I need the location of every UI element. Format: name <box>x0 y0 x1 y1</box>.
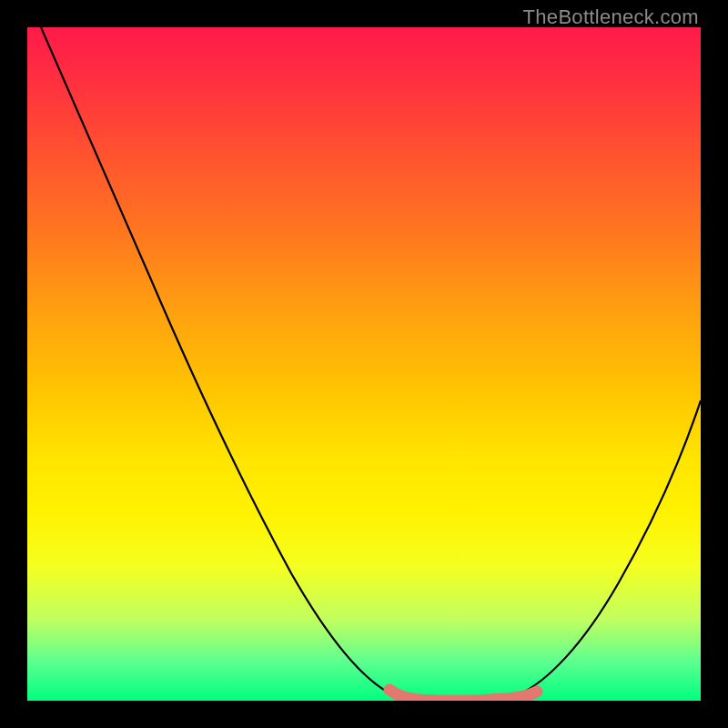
plot-area <box>27 27 701 701</box>
chart-container: TheBottleneck.com <box>0 0 728 728</box>
curve-svg <box>27 27 701 701</box>
bottleneck-curve <box>41 27 701 700</box>
watermark-text: TheBottleneck.com <box>523 5 699 29</box>
highlight-segment <box>389 690 537 701</box>
